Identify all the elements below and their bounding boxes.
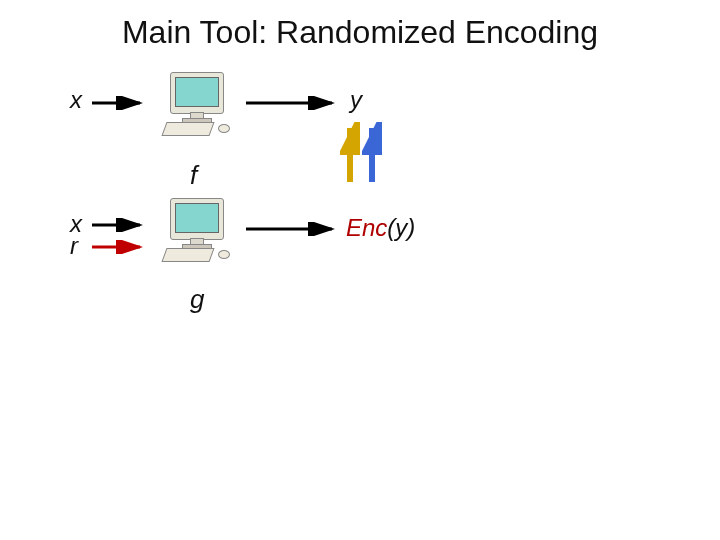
label-f: f	[190, 160, 197, 191]
arrow-up-blue	[362, 122, 382, 188]
label-r: r	[70, 232, 78, 260]
label-enc-y: Enc(y)	[346, 214, 415, 242]
computer-icon-top	[162, 72, 232, 136]
enc-prefix: Enc	[346, 214, 387, 241]
page-title: Main Tool: Randomized Encoding	[0, 14, 720, 51]
arrow-computer-to-y	[246, 96, 342, 110]
computer-icon-bottom	[162, 198, 232, 262]
label-g: g	[190, 284, 204, 315]
label-y: y	[350, 86, 362, 114]
arrow-x-to-computer-bottom	[92, 218, 150, 232]
arrow-r-to-computer	[92, 240, 150, 254]
enc-arg: (y)	[387, 214, 415, 241]
arrow-computer-to-enc	[246, 222, 342, 236]
arrow-up-gold	[340, 122, 360, 188]
arrow-x-to-computer-top	[92, 96, 150, 110]
label-x-top: x	[70, 86, 82, 114]
